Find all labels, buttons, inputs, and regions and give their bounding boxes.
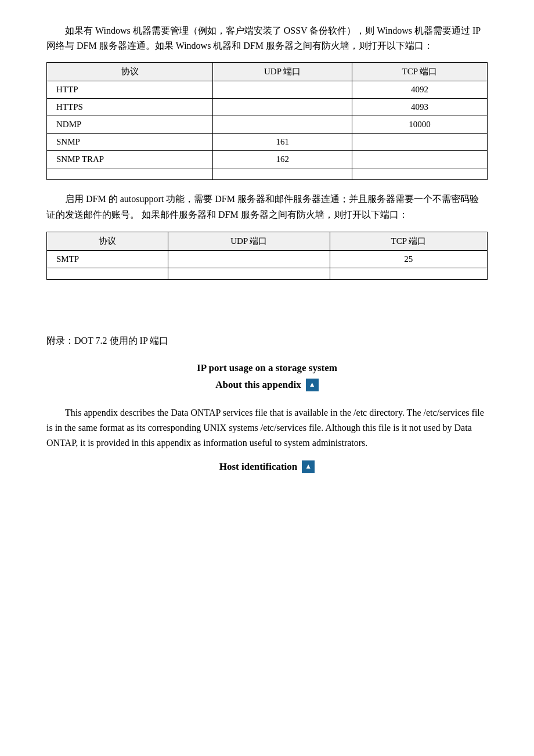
table1-row6-col1 [47, 168, 213, 180]
table-row: SMTP 25 [47, 250, 488, 268]
table2-row2-col1 [47, 268, 168, 279]
table1-wrapper: 协议 UDP 端口 TCP 端口 HTTP 4092 HTTPS 4093 ND [46, 62, 488, 180]
table-row: SNMP TRAP 162 [47, 151, 488, 168]
table1-row1-col1: HTTP [47, 81, 213, 99]
table1-row4-col3 [352, 134, 487, 151]
middle-paragraph: 启用 DFM 的 autosupport 功能，需要 DFM 服务器和邮件服务器… [46, 192, 488, 222]
table-row: SNMP 161 [47, 134, 488, 151]
table2-row1-col2 [168, 250, 330, 268]
about-appendix-heading: About this appendix ▲ [46, 379, 488, 391]
spacer1 [46, 291, 488, 310]
table1-row5-col1: SNMP TRAP [47, 151, 213, 168]
table2-header-udp: UDP 端口 [168, 232, 330, 250]
table2-header-protocol: 协议 [47, 232, 168, 250]
host-up-icon[interactable]: ▲ [302, 460, 315, 473]
intro-paragraph: 如果有 Windows 机器需要管理（例如，客户端安装了 OSSV 备份软件），… [46, 23, 488, 53]
table-row-empty [47, 168, 488, 180]
about-paragraph: This appendix describes the Data ONTAP s… [46, 405, 488, 451]
page-content: 如果有 Windows 机器需要管理（例如，客户端安装了 OSSV 备份软件），… [46, 23, 488, 473]
table1-row5-col3 [352, 151, 487, 168]
table-row-empty [47, 268, 488, 279]
table2-wrapper: 协议 UDP 端口 TCP 端口 SMTP 25 [46, 232, 488, 280]
table2-header-tcp: TCP 端口 [330, 232, 487, 250]
table1-row3-col3: 10000 [352, 116, 487, 134]
table1-row5-col2: 162 [213, 151, 352, 168]
table1-row2-col1: HTTPS [47, 99, 213, 116]
table1-row2-col2 [213, 99, 352, 116]
table1-row1-col3: 4092 [352, 81, 487, 99]
table1-header-protocol: 协议 [47, 63, 213, 81]
about-heading-text: About this appendix [215, 379, 301, 391]
table-row: HTTP 4092 [47, 81, 488, 99]
spacer2 [46, 396, 488, 405]
table2: 协议 UDP 端口 TCP 端口 SMTP 25 [46, 232, 488, 280]
table1: 协议 UDP 端口 TCP 端口 HTTP 4092 HTTPS 4093 ND [46, 62, 488, 180]
table1-header-udp: UDP 端口 [213, 63, 352, 81]
table1-row6-col2 [213, 168, 352, 180]
section-heading: IP port usage on a storage system [46, 362, 488, 374]
table2-row2-col2 [168, 268, 330, 279]
table1-row3-col2 [213, 116, 352, 134]
table1-row6-col3 [352, 168, 487, 180]
table2-row1-col3: 25 [330, 250, 487, 268]
table2-row2-col3 [330, 268, 487, 279]
about-up-icon[interactable]: ▲ [306, 379, 319, 391]
appendix-label: 附录：DOT 7.2 使用的 IP 端口 [46, 333, 488, 348]
table1-row3-col1: NDMP [47, 116, 213, 134]
host-identification-heading: Host identification ▲ [46, 460, 488, 473]
table1-header-tcp: TCP 端口 [352, 63, 487, 81]
table2-row1-col1: SMTP [47, 250, 168, 268]
table1-row4-col2: 161 [213, 134, 352, 151]
table1-row4-col1: SNMP [47, 134, 213, 151]
host-heading-text: Host identification [219, 461, 298, 473]
table1-row2-col3: 4093 [352, 99, 487, 116]
table-row: NDMP 10000 [47, 116, 488, 134]
table1-row1-col2 [213, 81, 352, 99]
table-row: HTTPS 4093 [47, 99, 488, 116]
